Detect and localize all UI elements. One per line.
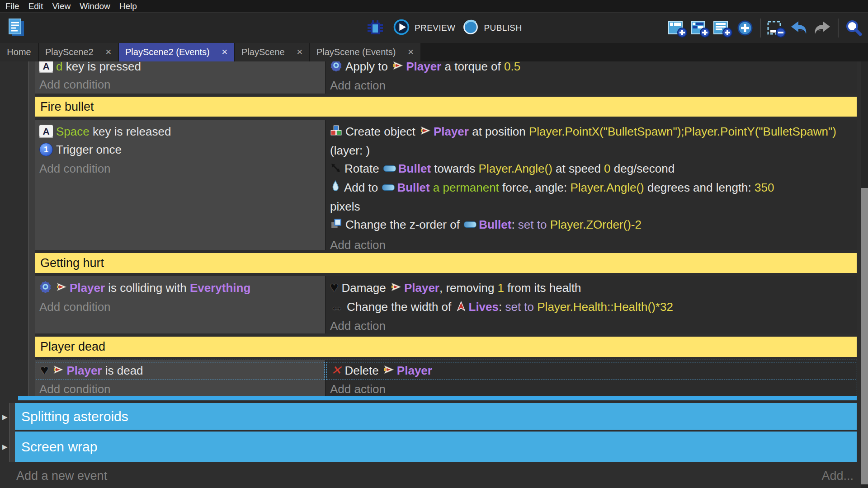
- debugger-chip-icon[interactable]: [364, 18, 386, 38]
- close-tab-icon[interactable]: ✕: [297, 47, 303, 57]
- scrollbar-thumb[interactable]: [861, 188, 868, 484]
- actions-column: ♥Damage Player, removing 1 from its heal…: [325, 276, 857, 333]
- bullet-object-icon: [382, 184, 395, 191]
- preview-play-icon: [392, 18, 410, 38]
- condition[interactable]: ASpace key is released: [35, 122, 325, 141]
- publish-button[interactable]: PUBLISH: [462, 18, 522, 38]
- add-condition-button[interactable]: Add condition: [35, 298, 325, 316]
- add-condition-button[interactable]: Add condition: [35, 160, 325, 178]
- player-object-icon: [52, 363, 64, 380]
- add-circle-icon[interactable]: [734, 18, 756, 38]
- keyboard-key-icon: A: [39, 61, 53, 73]
- conditions-column: Ad key is pressed Add condition: [35, 61, 325, 94]
- close-tab-icon[interactable]: ✕: [408, 47, 414, 57]
- physics-gear-icon: [39, 280, 52, 298]
- add-action-button[interactable]: Add action: [326, 317, 857, 335]
- add-action-button[interactable]: Add action: [326, 76, 857, 94]
- drop-indicator: [18, 396, 857, 400]
- player-object-icon: [383, 363, 395, 380]
- add-subevent-icon[interactable]: [689, 18, 711, 38]
- menu-help[interactable]: Help: [115, 1, 142, 11]
- menu-bar: File Edit View Window Help: [0, 0, 868, 12]
- tab-home[interactable]: Home: [0, 43, 38, 61]
- menu-view[interactable]: View: [47, 1, 75, 11]
- comment-getting-hurt[interactable]: Getting hurt: [35, 253, 857, 273]
- resize-width-icon: ↔: [330, 297, 344, 315]
- player-object-icon: [56, 280, 67, 298]
- player-object-icon: [420, 123, 431, 141]
- action[interactable]: Create object Player at position Player.…: [326, 122, 857, 160]
- action[interactable]: Change the z-order of Bullet: set to Pla…: [326, 216, 857, 235]
- preview-label: PREVIEW: [415, 23, 455, 33]
- tab-playscene2[interactable]: PlayScene2 ✕: [39, 43, 118, 61]
- action-continued[interactable]: pixels: [326, 197, 857, 216]
- add-action-button[interactable]: Add action: [326, 380, 857, 398]
- action[interactable]: Add to Bullet a permanent force, angle: …: [326, 178, 857, 197]
- event-fire-bullet[interactable]: ASpace key is released 1Trigger once Add…: [35, 120, 857, 250]
- group-splitting-asteroids[interactable]: Splitting asteroids: [15, 403, 857, 430]
- action[interactable]: Rotate Bullet towards Player.Angle() at …: [326, 160, 857, 178]
- condition[interactable]: Player is colliding with Everything: [35, 279, 325, 298]
- event-drag-rail: [28, 61, 35, 400]
- tab-playscene2-events[interactable]: PlayScene2 (Events) ✕: [119, 43, 234, 61]
- project-documents-icon[interactable]: [5, 17, 27, 39]
- gdevelop-window: File Edit View Window Help PREVIEW: [0, 0, 868, 488]
- event-rotate-right[interactable]: Ad key is pressed Add condition Apply to…: [35, 61, 857, 94]
- player-object-icon: [392, 61, 404, 76]
- menu-edit[interactable]: Edit: [24, 1, 48, 11]
- conditions-column: ASpace key is released 1Trigger once Add…: [35, 120, 325, 250]
- create-object-icon: [330, 123, 342, 141]
- add-condition-button[interactable]: Add condition: [35, 75, 325, 94]
- trigger-once-icon: 1: [39, 143, 53, 156]
- collapse-arrow-icon[interactable]: ▶: [2, 443, 8, 451]
- publish-globe-icon: [462, 18, 480, 38]
- delete-cross-icon: ✕: [331, 362, 341, 379]
- comment-fire-bullet[interactable]: Fire bullet: [35, 97, 857, 117]
- redo-icon[interactable]: [811, 18, 834, 38]
- condition[interactable]: 1Trigger once: [35, 141, 325, 159]
- scrollbar[interactable]: [861, 61, 868, 488]
- close-tab-icon[interactable]: ✕: [222, 47, 228, 57]
- tab-bar: Home PlayScene2 ✕ PlayScene2 (Events) ✕ …: [0, 43, 868, 61]
- actions-column: Create object Player at position Player.…: [325, 120, 857, 250]
- collapse-arrow-icon[interactable]: ▶: [2, 413, 8, 421]
- physics-gear-icon: [330, 61, 342, 76]
- condition[interactable]: Ad key is pressed: [35, 61, 325, 75]
- event-player-dead[interactable]: ♥Player is dead Add condition ✕Delete Pl…: [35, 360, 857, 396]
- delete-selection-icon[interactable]: [765, 18, 787, 38]
- rotate-towards-icon: [330, 160, 341, 178]
- undo-icon[interactable]: [788, 18, 810, 38]
- action[interactable]: ✕Delete Player: [326, 362, 856, 380]
- menu-window[interactable]: Window: [75, 1, 115, 11]
- add-event-icon[interactable]: [666, 18, 688, 38]
- main-toolbar: PREVIEW PUBLISH: [0, 12, 868, 43]
- search-icon[interactable]: [843, 18, 864, 38]
- add-action-button[interactable]: Add action: [326, 236, 857, 254]
- actions-column: ✕Delete Player Add action: [325, 360, 857, 396]
- lives-object-icon: [456, 299, 467, 317]
- menu-file[interactable]: File: [0, 1, 24, 11]
- condition[interactable]: ♥Player is dead: [36, 362, 325, 380]
- add-condition-button[interactable]: Add condition: [35, 380, 325, 398]
- preview-button[interactable]: PREVIEW: [392, 18, 455, 38]
- bullet-object-icon: [383, 165, 396, 172]
- action[interactable]: ♥Damage Player, removing 1 from its heal…: [326, 279, 857, 298]
- tab-playscene-events[interactable]: PlayScene (Events) ✕: [310, 43, 420, 61]
- group-screen-wrap[interactable]: Screen wrap: [15, 432, 857, 462]
- add-more-button[interactable]: Add...: [821, 466, 854, 486]
- action[interactable]: Apply to Player a torque of 0.5: [326, 61, 857, 76]
- event-getting-hurt[interactable]: Player is colliding with Everything Add …: [35, 276, 857, 333]
- add-new-event-button[interactable]: Add a new event: [16, 466, 107, 486]
- conditions-column: Player is colliding with Everything Add …: [35, 276, 325, 333]
- publish-label: PUBLISH: [484, 23, 522, 33]
- events-sheet: Ad key is pressed Add condition Apply to…: [0, 61, 868, 488]
- tab-playscene[interactable]: PlayScene ✕: [235, 43, 309, 61]
- close-tab-icon[interactable]: ✕: [105, 47, 112, 57]
- add-comment-icon[interactable]: [712, 18, 733, 38]
- bullet-object-icon: [464, 221, 476, 228]
- heart-health-icon: ♥: [40, 362, 48, 378]
- force-flame-icon: [330, 179, 341, 197]
- comment-player-dead[interactable]: Player dead: [35, 337, 857, 357]
- actions-column: Apply to Player a torque of 0.5 Add acti…: [325, 61, 857, 94]
- action[interactable]: ↔Change the width of Lives: set to Playe…: [326, 298, 857, 317]
